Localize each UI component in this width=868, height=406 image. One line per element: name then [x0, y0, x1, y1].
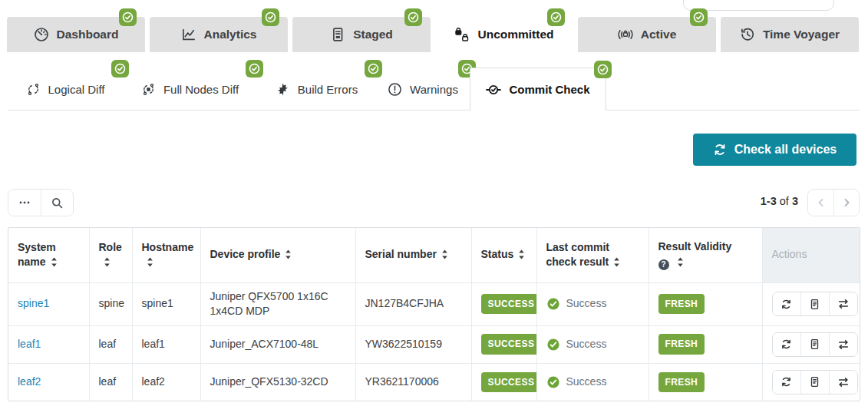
- refresh-icon: [781, 376, 792, 388]
- document-icon: [330, 27, 345, 42]
- sort-icon[interactable]: [518, 249, 525, 259]
- success-check-icon: [546, 297, 560, 311]
- compare-button[interactable]: [829, 292, 857, 315]
- tab-label: Dashboard: [57, 28, 119, 41]
- sort-icon[interactable]: [613, 257, 620, 267]
- pagination-of: of: [780, 195, 789, 207]
- diff-cycle-icon: [26, 82, 41, 97]
- column-header-status[interactable]: Status: [471, 228, 536, 282]
- pagination-controls: [807, 189, 860, 216]
- search-icon: [51, 196, 64, 210]
- recheck-button[interactable]: [773, 292, 801, 315]
- view-result-button[interactable]: [800, 333, 829, 356]
- uncommitted-subtab-bar: Logical Diff Full Nodes Diff Build Error…: [8, 68, 860, 111]
- status-ok-badge: [594, 61, 612, 78]
- broadcast-icon: [618, 27, 633, 42]
- sort-icon[interactable]: [285, 249, 292, 259]
- subtab-build-errors[interactable]: Build Errors: [257, 68, 376, 111]
- column-header-hostname[interactable]: Hostname: [132, 228, 200, 282]
- locks-icon: [454, 27, 470, 42]
- hostname-cell: leaf1: [132, 325, 200, 363]
- check-all-devices-button[interactable]: Check all devices: [693, 134, 856, 166]
- blueprint-tab-bar: Dashboard Analytics Staged: [7, 17, 859, 52]
- subtab-label: Commit Check: [509, 83, 589, 96]
- commit-check-result-text: Success: [566, 337, 607, 352]
- subtab-warnings[interactable]: Warnings: [376, 68, 470, 111]
- tab-analytics[interactable]: Analytics: [150, 17, 288, 52]
- device-profile-cell: Juniper_ACX7100-48L: [200, 325, 355, 363]
- recheck-button[interactable]: [773, 333, 801, 356]
- subtab-commit-check[interactable]: Commit Check: [470, 68, 606, 111]
- status-ok-badge: [690, 8, 708, 26]
- tab-dashboard[interactable]: Dashboard: [7, 17, 145, 52]
- table-header-row: System name Role Hostname Device profile…: [8, 228, 860, 282]
- refresh-icon: [781, 299, 792, 310]
- compare-arrows-icon: [837, 338, 850, 351]
- tab-uncommitted[interactable]: Uncommitted: [435, 17, 573, 52]
- status-ok-badge: [404, 8, 422, 26]
- device-profile-cell: Juniper QFX5700 1x16C 1x4CD MDP: [200, 282, 355, 325]
- compare-button[interactable]: [829, 371, 857, 394]
- subtab-logical-diff[interactable]: Logical Diff: [8, 68, 123, 111]
- column-header-actions: Actions: [762, 228, 860, 282]
- history-icon: [740, 27, 755, 42]
- sort-icon[interactable]: [441, 249, 448, 259]
- table-row: leaf2 leaf leaf2 Juniper_QFX5130-32CD YR…: [8, 363, 860, 401]
- more-options-button[interactable]: [8, 190, 41, 216]
- chevron-right-icon: [841, 197, 852, 208]
- sort-icon[interactable]: [147, 257, 153, 267]
- pagination-range: 1-3: [761, 195, 777, 207]
- system-name-link[interactable]: spine1: [18, 297, 49, 309]
- refresh-icon: [713, 143, 727, 157]
- search-button[interactable]: [41, 190, 73, 216]
- result-validity-badge: FRESH: [658, 294, 705, 315]
- compare-arrows-icon: [837, 298, 850, 310]
- next-page-button[interactable]: [833, 190, 859, 216]
- column-header-role[interactable]: Role: [89, 228, 132, 282]
- row-actions: [772, 292, 858, 316]
- commit-check-result-text: Success: [566, 296, 607, 312]
- subtab-label: Warnings: [410, 83, 458, 96]
- tab-staged[interactable]: Staged: [292, 17, 431, 52]
- tab-label: Time Voyager: [763, 28, 840, 41]
- previous-page-button[interactable]: [808, 190, 833, 216]
- tab-label: Analytics: [204, 28, 257, 41]
- serial-number-cell: YW3622510159: [355, 325, 471, 363]
- role-cell: leaf: [89, 325, 132, 363]
- view-result-button[interactable]: [800, 292, 829, 315]
- compare-button[interactable]: [829, 333, 857, 356]
- tab-active[interactable]: Active: [578, 17, 716, 52]
- sort-icon[interactable]: [104, 257, 111, 267]
- compare-arrows-icon: [837, 376, 850, 388]
- help-icon[interactable]: ?: [658, 259, 669, 270]
- column-header-system-name[interactable]: System name: [8, 228, 89, 282]
- report-icon: [809, 376, 820, 388]
- column-header-serial-number[interactable]: Serial number: [355, 228, 471, 282]
- column-header-device-profile[interactable]: Device profile: [200, 228, 355, 282]
- table-row: leaf1 leaf leaf1 Juniper_ACX7100-48L YW3…: [8, 325, 860, 363]
- line-chart-icon: [181, 27, 196, 42]
- sort-icon[interactable]: [677, 257, 684, 267]
- warning-circle-icon: [388, 82, 402, 97]
- column-header-result-validity[interactable]: Result Validity ?: [649, 228, 762, 282]
- blueprint-page: Dashboard Analytics Staged: [0, 0, 868, 406]
- tab-label: Uncommitted: [477, 28, 553, 41]
- check-all-devices-label: Check all devices: [734, 143, 837, 157]
- table-row: spine1 spine spine1 Juniper QFX5700 1x16…: [8, 282, 860, 325]
- recheck-button[interactable]: [773, 371, 801, 394]
- serial-number-cell: YR3621170006: [355, 363, 471, 401]
- tab-time-voyager[interactable]: Time Voyager: [721, 17, 859, 52]
- view-result-button[interactable]: [800, 371, 829, 394]
- system-name-link[interactable]: leaf2: [18, 375, 41, 388]
- sort-icon[interactable]: [51, 257, 58, 267]
- status-ok-badge: [119, 8, 137, 26]
- system-name-link[interactable]: leaf1: [18, 338, 41, 350]
- row-actions: [772, 370, 858, 394]
- role-cell: spine: [89, 282, 132, 325]
- report-icon: [809, 299, 820, 310]
- column-header-last-commit-check-result[interactable]: Last commit check result: [536, 228, 649, 282]
- status-ok-badge: [547, 8, 565, 26]
- hostname-cell: spine1: [132, 282, 200, 325]
- subtab-full-nodes-diff[interactable]: Full Nodes Diff: [123, 68, 257, 111]
- refresh-icon: [781, 338, 792, 350]
